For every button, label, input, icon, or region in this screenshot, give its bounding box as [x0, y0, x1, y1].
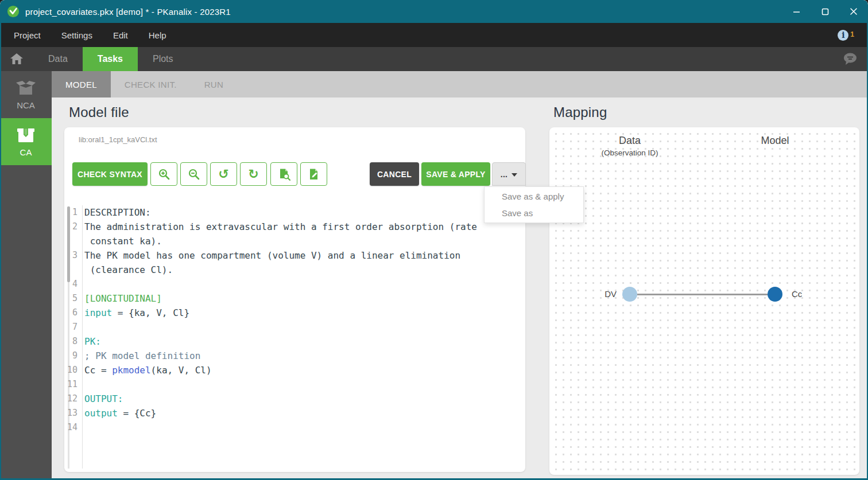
- mapping-connection-line: [637, 294, 768, 295]
- line-number: 9: [64, 349, 78, 363]
- code-line[interactable]: (clearance Cl).: [64, 263, 524, 277]
- undo-button[interactable]: ↺: [210, 162, 237, 186]
- code-line[interactable]: 11: [64, 377, 524, 392]
- menu-item-save-as[interactable]: Save as: [485, 205, 583, 221]
- line-text: OUTPUT:: [78, 392, 123, 406]
- code-line[interactable]: 6input = {ka, V, Cl}: [64, 306, 524, 320]
- line-number: 6: [64, 306, 78, 320]
- line-number: 10: [64, 363, 78, 377]
- code-line[interactable]: 1DESCRIPTION:: [64, 205, 524, 220]
- home-button[interactable]: [0, 47, 33, 71]
- menu-item-save-as-apply[interactable]: Save as & apply: [485, 188, 583, 205]
- code-line[interactable]: 2The administration is extravascular wit…: [64, 220, 524, 234]
- line-number: 13: [64, 406, 78, 420]
- chevron-down-icon: [512, 173, 517, 177]
- code-line[interactable]: 12OUTPUT:: [64, 392, 524, 406]
- nav-tabbar: Data Tasks Plots: [0, 47, 868, 71]
- document-edit-icon: [308, 168, 320, 181]
- redo-icon: ↻: [248, 168, 259, 181]
- code-line[interactable]: 5[LONGITUDINAL]: [64, 291, 524, 306]
- code-line[interactable]: 13output = {Cc}: [64, 406, 524, 420]
- mapping-source-node[interactable]: [622, 287, 637, 302]
- line-text: The PK model has one compartment (volume…: [78, 248, 460, 263]
- notifications[interactable]: i 1: [838, 30, 854, 41]
- titlebar: project_covariates.pkx [demo] * - PKanal…: [0, 0, 868, 23]
- menu-help[interactable]: Help: [142, 30, 173, 40]
- code-line[interactable]: 14: [64, 420, 524, 435]
- code-line[interactable]: 7: [64, 320, 524, 334]
- pkanalix-logo-icon: [7, 5, 20, 18]
- mapping-target-node[interactable]: [768, 287, 782, 302]
- subtab-model[interactable]: MODEL: [52, 71, 111, 97]
- model-file-card: lib:oral1_1cpt_kaVCl.txt CHECK SYNTAX: [64, 127, 525, 472]
- line-text: (clearance Cl).: [78, 263, 173, 277]
- line-text: ; PK model definition: [78, 349, 200, 363]
- tab-data[interactable]: Data: [33, 47, 83, 71]
- task-subtabs: MODEL CHECK INIT. RUN: [52, 71, 868, 97]
- sidebar-item-label: CA: [20, 147, 32, 157]
- zoom-in-button[interactable]: [150, 162, 177, 186]
- closed-box-icon: [16, 127, 36, 144]
- save-options-menu: Save as & apply Save as: [484, 186, 584, 223]
- menu-project[interactable]: Project: [7, 30, 48, 40]
- code-line[interactable]: 8PK:: [64, 334, 524, 349]
- line-text: output = {Cc}: [78, 406, 156, 420]
- model-code-editor[interactable]: 1DESCRIPTION:2The administration is extr…: [64, 205, 525, 469]
- line-text: [78, 420, 84, 435]
- minimize-button[interactable]: [782, 0, 811, 23]
- save-apply-button[interactable]: SAVE & APPLY: [421, 162, 490, 186]
- sidebar-item-nca[interactable]: NCA: [0, 71, 52, 118]
- line-number: 14: [64, 420, 78, 435]
- mapping-card: Data (Observation ID) Model DV Cc: [549, 127, 859, 475]
- line-number: 1: [64, 205, 78, 220]
- close-button[interactable]: [839, 0, 868, 23]
- line-number: 3: [64, 248, 78, 263]
- line-text: constant ka).: [78, 234, 162, 248]
- tab-tasks[interactable]: Tasks: [83, 47, 138, 71]
- code-line[interactable]: 9; PK model definition: [64, 349, 524, 363]
- line-number: 5: [64, 291, 78, 306]
- feedback-button[interactable]: [832, 47, 868, 71]
- line-number: [64, 263, 78, 277]
- maximize-button[interactable]: [811, 0, 839, 23]
- tab-plots[interactable]: Plots: [138, 47, 188, 71]
- menubar: Project Settings Edit Help i 1: [0, 23, 868, 47]
- notification-count: 1: [850, 30, 854, 38]
- subtab-run[interactable]: RUN: [191, 71, 237, 97]
- cancel-button[interactable]: CANCEL: [370, 162, 419, 186]
- code-rows: 1DESCRIPTION:2The administration is extr…: [64, 205, 524, 435]
- open-box-icon: [15, 80, 37, 97]
- sidebar-item-ca[interactable]: CA: [0, 118, 52, 165]
- line-number: 11: [64, 377, 78, 392]
- mapping-target-label: Cc: [792, 289, 802, 299]
- menu-settings[interactable]: Settings: [55, 30, 99, 40]
- line-text: [78, 320, 84, 334]
- model-filename: lib:oral1_1cpt_kaVCl.txt: [79, 135, 157, 144]
- code-line[interactable]: 10Cc = pkmodel(ka, V, Cl): [64, 363, 524, 377]
- code-line[interactable]: 3The PK model has one compartment (volum…: [64, 248, 524, 263]
- chat-icon: [842, 52, 858, 67]
- code-line[interactable]: 4: [64, 277, 524, 291]
- app-window: project_covariates.pkx [demo] * - PKanal…: [0, 0, 868, 480]
- code-line[interactable]: constant ka).: [64, 234, 524, 248]
- preview-model-button[interactable]: [270, 162, 297, 186]
- line-number: 8: [64, 334, 78, 349]
- line-number: 4: [64, 277, 78, 291]
- subtab-check-init[interactable]: CHECK INIT.: [111, 71, 191, 97]
- task-sidebar: NCA CA: [0, 71, 52, 480]
- mapping-heading: Mapping: [553, 104, 607, 120]
- edit-file-button[interactable]: [300, 162, 327, 186]
- zoom-in-icon: [158, 168, 170, 181]
- check-syntax-button[interactable]: CHECK SYNTAX: [72, 162, 148, 186]
- undo-icon: ↺: [218, 168, 229, 181]
- zoom-out-button[interactable]: [180, 162, 207, 186]
- mapping-data-column-header: Data: [619, 135, 641, 147]
- more-save-options-button[interactable]: ...: [492, 162, 526, 186]
- redo-button[interactable]: ↻: [240, 162, 267, 186]
- menu-edit[interactable]: Edit: [106, 30, 135, 40]
- main-area: MODEL CHECK INIT. RUN Model file lib:ora…: [52, 71, 868, 480]
- line-text: [LONGITUDINAL]: [78, 291, 162, 306]
- line-text: Cc = pkmodel(ka, V, Cl): [78, 363, 212, 377]
- window-title: project_covariates.pkx [demo] * - PKanal…: [25, 7, 231, 17]
- mapping-data-column-subheader: (Observation ID): [601, 149, 658, 157]
